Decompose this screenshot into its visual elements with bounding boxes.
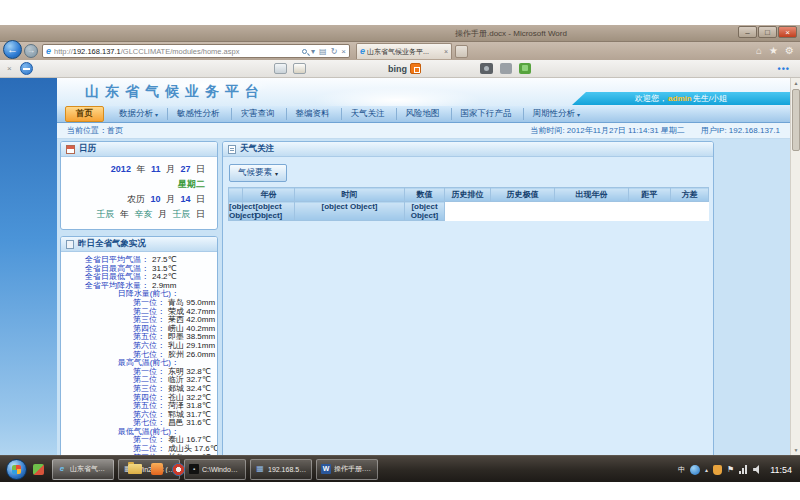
camera-icon[interactable] (480, 63, 493, 74)
menu-item-home[interactable]: 首页 (65, 106, 104, 122)
search-dropdown-icon[interactable]: ▾ (311, 47, 315, 56)
blocker-icon[interactable] (20, 62, 33, 75)
volume-speaker-icon[interactable] (753, 465, 762, 474)
menu-item[interactable]: 整编资料 (286, 108, 341, 120)
address-bar[interactable]: e http://192.168.137.1/GLCCLIMATE/module… (42, 44, 350, 58)
weather-table: 年份时间数值历史排位历史极值出现年份距平方差 [object Object][o… (228, 187, 709, 221)
calendar-token: 日 (196, 164, 205, 174)
media-player-icon[interactable] (172, 463, 185, 476)
tab-close-icon[interactable]: × (444, 48, 448, 55)
column-header: [object Object] (229, 202, 243, 221)
scroll-up-arrow[interactable]: ▲ (791, 78, 800, 88)
start-button[interactable] (6, 459, 27, 480)
scroll-down-arrow[interactable]: ▼ (791, 445, 800, 455)
taskbar-window-button[interactable]: ▪ C:\Windows\s... (184, 459, 246, 480)
calendar-token: 10 (150, 194, 160, 204)
column-header: 历史排位 (445, 188, 491, 202)
browser-tab[interactable]: e 山东省气候业务平... × (356, 43, 452, 59)
close-button[interactable]: × (778, 26, 797, 38)
table-header-spacer (229, 188, 243, 202)
new-tab-button[interactable] (455, 45, 468, 58)
taskbar-window-button[interactable]: W 操作手册.docx ... (316, 459, 378, 480)
calendar-line: 2012 年 11 月 27 (67, 162, 205, 177)
climate-element-button[interactable]: 气候要素 ▾ (229, 164, 287, 182)
taskbar-app-icon: e (57, 464, 67, 474)
observation-panel: 昨日全省气象实况 全省日平均气温： 27.5℃ (60, 236, 218, 482)
calendar-token: 日 (196, 194, 205, 204)
search-icon[interactable] (302, 49, 307, 54)
refresh-icon[interactable]: ↻ (331, 47, 338, 56)
page-content: 山东省气候业务平台 欢迎您，admin先生/小姐 首页 数据分析 ▾ (57, 78, 790, 482)
orange-app-icon[interactable] (151, 463, 163, 475)
calendar-token: 年 (136, 164, 145, 174)
card-icon[interactable] (274, 63, 287, 74)
station-value: 31.6℃ (186, 418, 211, 427)
site-title: 山东省气候业务平台 (85, 83, 265, 101)
table-head: 年份时间数值历史排位历史极值出现年份距平方差 (229, 188, 709, 202)
toolbar-close-icon[interactable]: × (7, 64, 12, 73)
taskbar-window-button[interactable]: e 山东省气候业务平... (52, 459, 114, 480)
column-header: 数值 (405, 188, 445, 202)
status-row: 当前位置：首页 当前时间: 2012年11月27日 11:14:31 星期二 用… (57, 123, 790, 139)
calendar-line: 农历 10 月 14 日 (67, 192, 205, 207)
menu-item[interactable]: 天气关注 (341, 108, 396, 120)
show-hidden-icons-arrow[interactable]: ▴ (705, 466, 708, 473)
station-name: 昌邑 (168, 418, 184, 427)
tab-favicon: e (360, 47, 365, 56)
calendar-token: 月 (158, 209, 167, 219)
pinned-shortcut-icon[interactable] (33, 464, 44, 475)
back-button[interactable]: ← (3, 40, 22, 59)
stop-icon[interactable]: × (341, 47, 346, 56)
taskbar-window-button[interactable]: ▦ 192.168.59.99... (250, 459, 312, 480)
action-center-flag-icon[interactable]: ⚑ (727, 465, 734, 474)
toolbar-mid-icons (274, 63, 306, 74)
scrollbar-thumb[interactable] (792, 89, 800, 151)
column-header: 距平 (629, 188, 671, 202)
favorites-star-icon[interactable]: ★ (769, 44, 778, 58)
vertical-scrollbar[interactable]: ▲ ▼ (790, 78, 800, 455)
word-window-titlebar: 操作手册.docx - Microsoft Word – □ × (0, 25, 800, 42)
site-header: 山东省气候业务平台 欢迎您，admin先生/小姐 (57, 78, 790, 106)
mail-icon[interactable] (293, 63, 306, 74)
maximize-button[interactable]: □ (758, 26, 777, 38)
minimize-button[interactable]: – (738, 26, 757, 38)
orange-addon-icon[interactable] (410, 63, 421, 74)
menu-item[interactable]: 风险地图 (396, 108, 451, 120)
more-options-dots[interactable]: ••• (778, 64, 790, 74)
home-icon[interactable]: ⌂ (756, 44, 762, 58)
menu-item[interactable]: 数据分析 ▾ (110, 108, 167, 120)
tools-gear-icon[interactable]: ⚙ (785, 44, 794, 58)
toolbar-right-icons (480, 63, 531, 74)
bing-logo[interactable]: bing (388, 63, 421, 74)
ime-indicator[interactable]: 中 (678, 465, 685, 475)
explorer-folder-icon[interactable] (128, 464, 142, 474)
menu-item[interactable]: 灾害查询 (231, 108, 286, 120)
breadcrumb: 当前位置：首页 (67, 125, 123, 136)
menu-item[interactable]: 国家下行产品 (451, 108, 523, 120)
network-globe-icon[interactable] (690, 465, 700, 475)
compatibility-view-icon[interactable]: ▤ (319, 47, 327, 56)
paw-icon[interactable] (500, 63, 512, 74)
taskbar-clock[interactable]: 11:54 (770, 465, 792, 475)
calendar-token: 壬辰 (172, 209, 190, 219)
username: admin (668, 94, 692, 103)
dropdown-arrow-icon: ▾ (577, 111, 580, 118)
calendar-panel-header: 日历 (61, 142, 217, 157)
calendar-line: 星期二 (67, 177, 205, 192)
user-ip: 用户IP: 192.168.137.1 (701, 125, 780, 136)
forward-button[interactable]: → (24, 44, 38, 58)
calendar-token: 辛亥 (134, 209, 152, 219)
calendar-token: 27 (180, 164, 190, 174)
menu-item[interactable]: 敏感性分析 (167, 108, 231, 120)
security-shield-icon[interactable] (713, 465, 722, 475)
menu-item[interactable]: 周期性分析 ▾ (523, 108, 590, 120)
calendar-token: 壬辰 (96, 209, 114, 219)
screenshot-root: 操作手册.docx - Microsoft Word – □ × ← → e h… (0, 0, 800, 500)
windows-logo-icon (12, 465, 21, 474)
addons-puzzle-icon[interactable] (519, 63, 531, 74)
station-value: 26.0mm (186, 350, 215, 359)
weather-focus-title: 天气关注 (240, 143, 274, 155)
column-header: [object Object] (405, 202, 445, 221)
system-tray: 中 ▴ ⚑ 11:54 (678, 456, 796, 483)
network-signal-icon[interactable] (739, 465, 748, 474)
